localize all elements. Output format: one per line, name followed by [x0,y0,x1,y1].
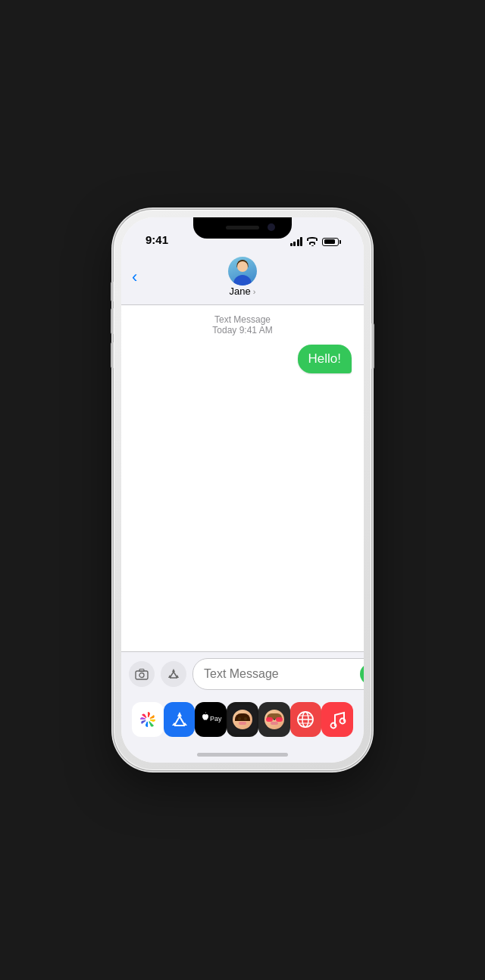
volume-down-button[interactable] [111,342,114,368]
appstore-drawer-icon [169,709,190,730]
battery-icon [322,238,341,246]
volume-up-button[interactable] [111,308,114,334]
message-meta: Text Message Today 9:41 AM [133,314,352,336]
status-icons [290,237,345,246]
avatar-body [233,275,252,286]
svg-point-1 [139,673,144,678]
svg-line-10 [180,716,185,726]
wifi-icon [306,237,318,246]
back-button[interactable]: ‹ [132,267,137,287]
app-drawer: Pay [121,696,364,746]
drawer-app-memoji2[interactable] [258,702,290,737]
drawer-app-appstore[interactable] [164,702,196,737]
message-time-label: Today 9:41 AM [133,325,352,336]
screen: 9:41 [121,217,364,763]
drawer-app-memoji1[interactable] [227,702,258,737]
signal-bar-1 [290,243,293,246]
drawer-app-search[interactable] [290,702,322,737]
send-button[interactable]: ↑ [360,663,364,685]
back-chevron-icon: ‹ [132,267,137,287]
music-icon [327,709,347,730]
message-input-container[interactable]: ↑ [192,658,364,690]
message-row: Hello! [133,345,352,373]
avatar [228,257,257,286]
camera-button[interactable] [129,661,155,687]
appstore-button[interactable] [161,661,186,687]
avatar-head [237,261,248,272]
svg-line-5 [174,672,177,678]
speaker [226,226,259,229]
message-type-label: Text Message [133,314,352,325]
drawer-app-music[interactable] [321,702,353,737]
front-camera [268,223,275,231]
memoji1-face [228,705,257,734]
messages-area: Text Message Today 9:41 AM Hello! [121,305,364,651]
phone-shell: 9:41 [114,210,371,770]
nav-header: ‹ Jane › [121,251,364,305]
photos-icon [134,706,161,733]
signal-bar-2 [293,242,296,246]
signal-bar-3 [297,239,299,246]
message-input[interactable] [204,667,355,681]
notch [193,217,292,239]
home-bar [197,753,288,757]
contact-name[interactable]: Jane › [230,286,256,297]
power-button[interactable] [371,323,374,369]
memoji2-face [260,705,289,734]
silent-button[interactable] [111,282,114,301]
svg-line-4 [170,672,174,678]
input-area: ↑ [121,651,364,696]
status-time: 9:41 [141,233,168,246]
home-indicator [121,746,364,763]
svg-text:Pay: Pay [210,715,222,723]
signal-icon [290,237,303,246]
svg-rect-0 [136,671,148,679]
svg-line-9 [174,716,180,726]
applepay-icon: Pay [196,709,226,730]
phone-frame: 9:41 [114,210,371,770]
drawer-app-photos[interactable] [132,702,164,737]
contact-chevron-icon: › [253,287,256,296]
contact-name-text: Jane [230,286,251,297]
appstore-icon [167,667,180,681]
globe-search-icon [295,709,316,730]
contact-info[interactable]: Jane › [228,257,257,297]
svg-point-7 [146,717,150,722]
camera-icon [135,668,149,680]
svg-rect-2 [139,669,144,672]
message-bubble[interactable]: Hello! [298,345,352,373]
input-row: ↑ [129,658,356,690]
drawer-app-applepay[interactable]: Pay [195,702,227,737]
signal-bar-4 [300,237,302,246]
